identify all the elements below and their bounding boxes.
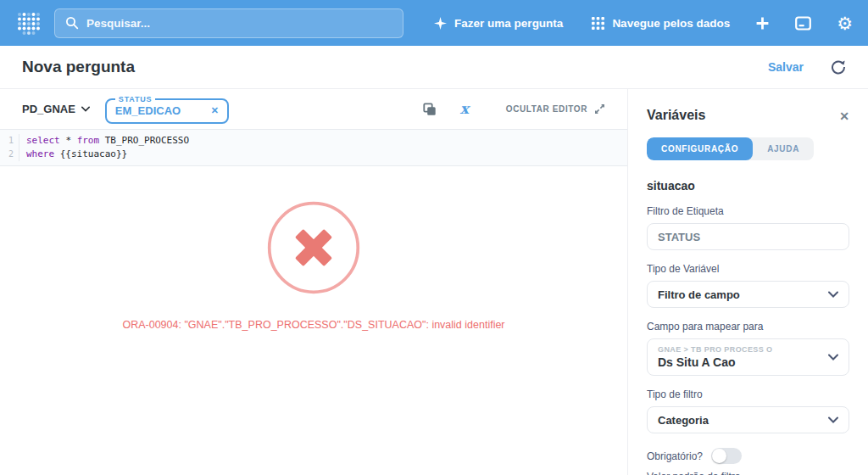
sql-line: 2 where {{situacao}} [0,148,627,161]
label-filter-label: Filtro de Etiqueta [647,205,849,217]
map-field-select[interactable]: GNAE > TB PRO PROCESS O Ds Situ A Cao [647,338,849,376]
required-label: Obrigatório? [647,450,703,462]
search-input[interactable] [86,17,392,30]
search-bar[interactable] [54,8,403,38]
variable-name: situacao [647,179,849,193]
variables-sidebar: ✕ Variáveis CONFIGURAÇÃO AJUDA situacao … [627,89,868,475]
sql-keyword: from [77,135,100,146]
refresh-icon [831,59,846,75]
sql-keyword: where [26,148,54,159]
database-name: PD_GNAE [22,103,75,115]
sql-star: * [65,135,71,146]
variables-icon: x [460,102,469,116]
variable-tag-legend: STATUS [115,95,155,103]
remove-tag-icon[interactable]: ✕ [211,105,219,116]
chevron-down-icon [81,106,90,112]
grid-icon [592,17,604,30]
main-panel: PD_GNAE STATUS EM_EDICAO ✕ [0,89,627,475]
map-field-label: Campo para mapear para [647,321,849,332]
default-value-label: Valor padrão do filtro [647,471,849,475]
variable-tag[interactable]: STATUS EM_EDICAO ✕ [105,95,229,124]
sidebar-title: Variáveis [647,108,849,123]
variables-button[interactable]: x [460,102,469,116]
ask-question-button[interactable]: Fazer uma pergunta [434,17,563,30]
ask-question-label: Fazer uma pergunta [454,17,563,30]
sql-variable: {{situacao}} [60,148,127,159]
page-header: Nova pergunta Salvar [0,46,868,89]
settings-button[interactable]: ⚙ [837,14,853,32]
sql-editor-button[interactable] [795,16,811,31]
browse-data-button[interactable]: Navegue pelos dados [592,17,730,30]
variable-tag-value: EM_EDICAO [115,104,181,117]
toggle-knob [712,449,726,463]
browse-data-label: Navegue pelos dados [612,17,730,30]
new-item-button[interactable] [755,16,770,31]
gear-icon: ⚙ [837,14,853,32]
close-icon[interactable]: ✕ [839,109,849,123]
sql-text: select * from TB_PRO_PROCESSO [19,134,189,148]
terminal-icon [795,16,811,31]
tab-configuracao[interactable]: CONFIGURAÇÃO [647,137,753,160]
query-result: ORA-00904: "GNAE"."TB_PRO_PROCESSO"."DS_… [0,166,627,475]
variable-type-label: Tipo de Variável [647,263,849,275]
page-title: Nova pergunta [22,58,135,76]
error-icon [266,200,361,295]
content: PD_GNAE STATUS EM_EDICAO ✕ [0,89,868,475]
hide-editor-button[interactable]: OCULTAR EDITOR [506,103,605,115]
database-picker[interactable]: PD_GNAE [22,103,90,115]
logo-dots [16,11,40,35]
hide-editor-label: OCULTAR EDITOR [506,104,587,114]
metabase-logo-icon[interactable] [15,10,41,36]
tab-ajuda[interactable]: AJUDA [753,137,814,160]
required-toggle[interactable] [711,448,742,464]
variable-type-value: Filtro de campo [658,288,740,301]
sql-line: 1 select * from TB_PRO_PROCESSO [0,134,627,148]
map-field-value: Ds Situ A Cao [658,355,772,369]
sidebar-tabs: CONFIGURAÇÃO AJUDA [647,137,814,160]
variable-type-select[interactable]: Filtro de campo [647,281,849,308]
filter-type-value: Categoria [658,414,709,427]
chevron-down-icon [828,416,838,423]
line-number: 1 [0,134,19,148]
top-nav: Fazer uma pergunta Navegue pelos dados [0,0,868,46]
filter-type-select[interactable]: Categoria [647,406,849,433]
editor-toolbar: PD_GNAE STATUS EM_EDICAO ✕ [0,89,627,129]
map-field-lines: GNAE > TB PRO PROCESS O Ds Situ A Cao [658,345,772,369]
chevron-down-icon [828,291,838,298]
sql-text: where {{situacao}} [19,148,127,161]
metabase-app: Fazer uma pergunta Navegue pelos dados [0,0,868,475]
sparkle-plus-icon [434,17,447,30]
error-message: ORA-00904: "GNAE"."TB_PRO_PROCESSO"."DS_… [122,319,504,331]
save-button[interactable]: Salvar [768,60,804,74]
map-field-path: GNAE > TB PRO PROCESS O [658,345,772,354]
sql-keyword: select [26,135,60,146]
chevron-down-icon [828,354,838,360]
collapse-icon [594,103,605,115]
required-row: Obrigatório? [647,448,849,464]
sql-table: TB_PRO_PROCESSO [105,135,189,146]
refresh-button[interactable] [831,59,846,75]
line-number: 2 [0,148,19,161]
sql-editor[interactable]: 1 select * from TB_PRO_PROCESSO 2 where … [0,129,627,166]
snippets-button[interactable] [423,103,437,116]
label-filter-input[interactable] [647,223,849,250]
filter-type-label: Tipo de filtro [647,388,849,400]
plus-icon [755,16,770,31]
snippets-icon [423,103,437,116]
search-icon [65,16,79,30]
